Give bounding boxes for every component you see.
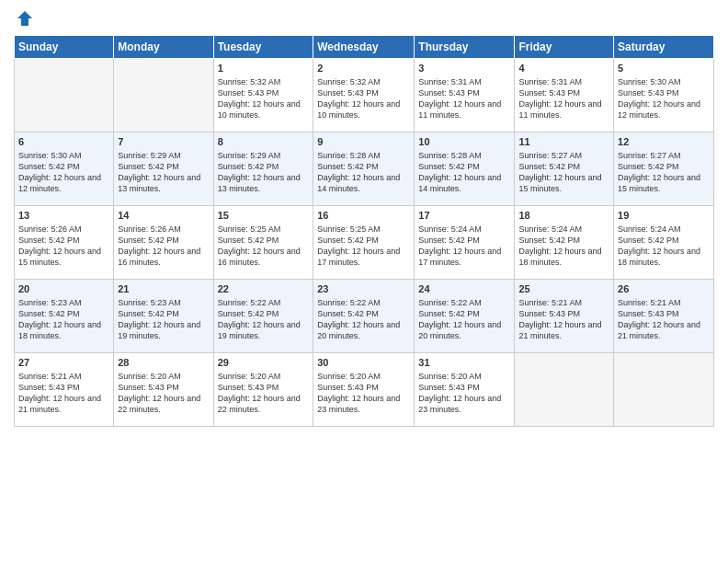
day-info: Sunrise: 5:24 AMSunset: 5:42 PMDaylight:… (418, 224, 510, 269)
calendar-day-cell: 9Sunrise: 5:28 AMSunset: 5:42 PMDaylight… (313, 132, 415, 206)
day-info: Sunrise: 5:28 AMSunset: 5:42 PMDaylight:… (317, 150, 410, 195)
calendar-week-row: 20Sunrise: 5:23 AMSunset: 5:42 PMDayligh… (15, 280, 714, 353)
calendar-week-row: 13Sunrise: 5:26 AMSunset: 5:42 PMDayligh… (15, 206, 714, 280)
calendar-day-cell: 6Sunrise: 5:30 AMSunset: 5:42 PMDaylight… (15, 132, 114, 206)
page: SundayMondayTuesdayWednesdayThursdayFrid… (0, 0, 728, 563)
day-info: Sunrise: 5:23 AMSunset: 5:42 PMDaylight:… (118, 297, 209, 342)
day-info: Sunrise: 5:27 AMSunset: 5:42 PMDaylight:… (618, 150, 710, 195)
day-number: 10 (418, 135, 510, 149)
day-info: Sunrise: 5:20 AMSunset: 5:43 PMDaylight:… (218, 371, 310, 416)
calendar-day-cell: 31Sunrise: 5:20 AMSunset: 5:43 PMDayligh… (415, 353, 515, 427)
calendar-day-cell: 7Sunrise: 5:29 AMSunset: 5:42 PMDaylight… (114, 132, 213, 206)
day-number: 20 (18, 282, 109, 296)
calendar-week-row: 27Sunrise: 5:21 AMSunset: 5:43 PMDayligh… (15, 353, 714, 427)
calendar-day-cell (515, 353, 614, 427)
weekday-header: Monday (114, 36, 213, 59)
day-number: 19 (618, 209, 710, 223)
calendar-day-cell (15, 59, 114, 132)
logo (14, 9, 34, 28)
day-info: Sunrise: 5:24 AMSunset: 5:42 PMDaylight:… (618, 224, 710, 269)
calendar: SundayMondayTuesdayWednesdayThursdayFrid… (14, 35, 714, 427)
calendar-day-cell (114, 59, 213, 132)
day-info: Sunrise: 5:26 AMSunset: 5:42 PMDaylight:… (118, 224, 209, 269)
day-number: 12 (618, 135, 710, 149)
day-info: Sunrise: 5:29 AMSunset: 5:42 PMDaylight:… (218, 150, 310, 195)
weekday-header: Tuesday (213, 36, 313, 59)
day-number: 22 (218, 282, 310, 296)
calendar-day-cell: 18Sunrise: 5:24 AMSunset: 5:42 PMDayligh… (515, 206, 614, 280)
day-number: 27 (18, 356, 109, 370)
calendar-day-cell: 11Sunrise: 5:27 AMSunset: 5:42 PMDayligh… (515, 132, 614, 206)
day-info: Sunrise: 5:20 AMSunset: 5:43 PMDaylight:… (317, 371, 410, 416)
day-number: 21 (118, 282, 209, 296)
day-number: 16 (317, 209, 410, 223)
day-number: 31 (418, 356, 510, 370)
calendar-day-cell: 8Sunrise: 5:29 AMSunset: 5:42 PMDaylight… (213, 132, 313, 206)
calendar-week-row: 1Sunrise: 5:32 AMSunset: 5:43 PMDaylight… (15, 59, 714, 132)
day-number: 18 (518, 209, 609, 223)
weekday-header: Wednesday (313, 36, 415, 59)
day-info: Sunrise: 5:20 AMSunset: 5:43 PMDaylight:… (118, 371, 209, 416)
day-info: Sunrise: 5:22 AMSunset: 5:42 PMDaylight:… (317, 297, 410, 342)
day-number: 28 (118, 356, 209, 370)
day-info: Sunrise: 5:31 AMSunset: 5:43 PMDaylight:… (518, 76, 609, 121)
day-number: 26 (618, 282, 710, 296)
day-number: 5 (618, 62, 710, 75)
day-info: Sunrise: 5:31 AMSunset: 5:43 PMDaylight:… (418, 76, 510, 121)
calendar-day-cell: 14Sunrise: 5:26 AMSunset: 5:42 PMDayligh… (114, 206, 213, 280)
day-info: Sunrise: 5:27 AMSunset: 5:42 PMDaylight:… (518, 150, 609, 195)
day-number: 24 (418, 282, 510, 296)
day-info: Sunrise: 5:32 AMSunset: 5:43 PMDaylight:… (317, 76, 410, 121)
day-info: Sunrise: 5:30 AMSunset: 5:42 PMDaylight:… (18, 150, 109, 195)
day-number: 25 (518, 282, 609, 296)
day-info: Sunrise: 5:29 AMSunset: 5:42 PMDaylight:… (118, 150, 209, 195)
calendar-day-cell: 12Sunrise: 5:27 AMSunset: 5:42 PMDayligh… (614, 132, 714, 206)
calendar-day-cell: 29Sunrise: 5:20 AMSunset: 5:43 PMDayligh… (213, 353, 313, 427)
day-info: Sunrise: 5:28 AMSunset: 5:42 PMDaylight:… (418, 150, 510, 195)
calendar-day-cell: 3Sunrise: 5:31 AMSunset: 5:43 PMDaylight… (415, 59, 515, 132)
day-info: Sunrise: 5:25 AMSunset: 5:42 PMDaylight:… (317, 224, 410, 269)
day-number: 9 (317, 135, 410, 149)
calendar-day-cell: 23Sunrise: 5:22 AMSunset: 5:42 PMDayligh… (313, 280, 415, 353)
weekday-header: Thursday (415, 36, 515, 59)
day-number: 30 (317, 356, 410, 370)
calendar-day-cell (614, 353, 714, 427)
calendar-day-cell: 25Sunrise: 5:21 AMSunset: 5:43 PMDayligh… (515, 280, 614, 353)
calendar-day-cell: 4Sunrise: 5:31 AMSunset: 5:43 PMDaylight… (515, 59, 614, 132)
day-info: Sunrise: 5:22 AMSunset: 5:42 PMDaylight:… (218, 297, 310, 342)
day-info: Sunrise: 5:26 AMSunset: 5:42 PMDaylight:… (18, 224, 109, 269)
day-info: Sunrise: 5:30 AMSunset: 5:43 PMDaylight:… (618, 76, 710, 121)
calendar-day-cell: 2Sunrise: 5:32 AMSunset: 5:43 PMDaylight… (313, 59, 415, 132)
calendar-day-cell: 5Sunrise: 5:30 AMSunset: 5:43 PMDaylight… (614, 59, 714, 132)
calendar-day-cell: 15Sunrise: 5:25 AMSunset: 5:42 PMDayligh… (213, 206, 313, 280)
calendar-day-cell: 21Sunrise: 5:23 AMSunset: 5:42 PMDayligh… (114, 280, 213, 353)
day-number: 29 (218, 356, 310, 370)
day-info: Sunrise: 5:24 AMSunset: 5:42 PMDaylight:… (518, 224, 609, 269)
day-number: 11 (518, 135, 609, 149)
svg-marker-0 (17, 11, 32, 26)
day-number: 4 (518, 62, 609, 75)
day-info: Sunrise: 5:21 AMSunset: 5:43 PMDaylight:… (18, 371, 109, 416)
day-info: Sunrise: 5:25 AMSunset: 5:42 PMDaylight:… (218, 224, 310, 269)
day-number: 13 (18, 209, 109, 223)
day-info: Sunrise: 5:23 AMSunset: 5:42 PMDaylight:… (18, 297, 109, 342)
day-number: 23 (317, 282, 410, 296)
day-number: 8 (218, 135, 310, 149)
calendar-day-cell: 17Sunrise: 5:24 AMSunset: 5:42 PMDayligh… (415, 206, 515, 280)
calendar-day-cell: 24Sunrise: 5:22 AMSunset: 5:42 PMDayligh… (415, 280, 515, 353)
day-number: 15 (218, 209, 310, 223)
day-number: 17 (418, 209, 510, 223)
calendar-day-cell: 19Sunrise: 5:24 AMSunset: 5:42 PMDayligh… (614, 206, 714, 280)
day-info: Sunrise: 5:21 AMSunset: 5:43 PMDaylight:… (618, 297, 710, 342)
weekday-header-row: SundayMondayTuesdayWednesdayThursdayFrid… (15, 36, 714, 59)
header (14, 9, 714, 28)
weekday-header: Saturday (614, 36, 714, 59)
day-info: Sunrise: 5:21 AMSunset: 5:43 PMDaylight:… (518, 297, 609, 342)
calendar-day-cell: 1Sunrise: 5:32 AMSunset: 5:43 PMDaylight… (213, 59, 313, 132)
day-info: Sunrise: 5:32 AMSunset: 5:43 PMDaylight:… (218, 76, 310, 121)
day-info: Sunrise: 5:20 AMSunset: 5:43 PMDaylight:… (418, 371, 510, 416)
day-number: 14 (118, 209, 209, 223)
day-number: 3 (418, 62, 510, 75)
calendar-day-cell: 26Sunrise: 5:21 AMSunset: 5:43 PMDayligh… (614, 280, 714, 353)
day-info: Sunrise: 5:22 AMSunset: 5:42 PMDaylight:… (418, 297, 510, 342)
